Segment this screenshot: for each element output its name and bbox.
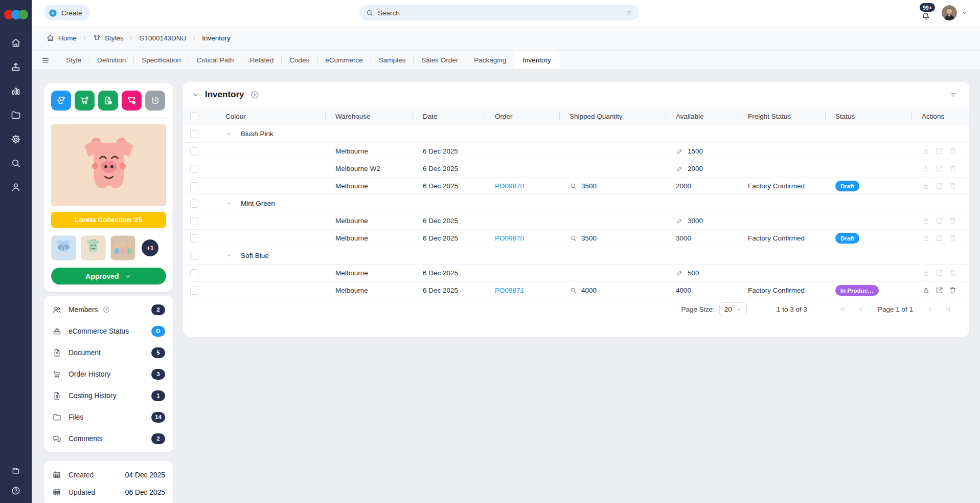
search-filter-icon[interactable] <box>625 9 633 17</box>
prev-page-icon[interactable] <box>857 305 864 313</box>
pencil-icon[interactable] <box>676 269 683 277</box>
menu-icon[interactable] <box>41 56 50 65</box>
unlock-icon[interactable] <box>922 147 930 156</box>
rail-bar-chart-button[interactable] <box>0 79 32 103</box>
search-icon[interactable] <box>569 234 577 242</box>
search-input[interactable] <box>378 9 621 17</box>
status-approved-button[interactable]: Approved <box>51 268 166 285</box>
first-page-icon[interactable] <box>839 305 847 313</box>
row-checkbox[interactable] <box>190 269 198 277</box>
tab-codes[interactable]: Codes <box>282 53 317 68</box>
thumbnail-elephant-onesie[interactable] <box>51 235 76 260</box>
breadcrumb-item[interactable]: ST000143DNU <box>140 34 187 42</box>
notifications-button[interactable]: 99+ <box>919 4 935 21</box>
rail-factory-button[interactable] <box>0 460 32 480</box>
external-icon[interactable] <box>935 286 944 295</box>
tab-specification[interactable]: Specification <box>134 53 189 68</box>
tab-related[interactable]: Related <box>242 53 282 68</box>
row-checkbox[interactable] <box>190 234 198 243</box>
rail-search-button[interactable] <box>0 151 32 175</box>
external-icon[interactable] <box>935 147 944 156</box>
add-costing-button[interactable] <box>98 91 118 111</box>
row-checkbox[interactable] <box>190 252 198 260</box>
thumbnail-dino-onesie[interactable] <box>81 235 106 260</box>
rail-folder-button[interactable] <box>0 103 32 127</box>
section-ecommerce-status[interactable]: eCommerce StatusD <box>44 320 173 342</box>
table-filter-icon[interactable] <box>949 90 958 99</box>
more-images-badge[interactable]: +1 <box>142 239 158 256</box>
external-icon[interactable] <box>935 164 944 173</box>
section-files[interactable]: Files14 <box>44 406 173 428</box>
order-link[interactable]: PO09871 <box>495 287 524 294</box>
page-size-select[interactable]: 20 <box>719 302 747 316</box>
create-button[interactable]: Create <box>44 5 90 20</box>
tab-critical-path[interactable]: Critical Path <box>189 53 242 68</box>
external-icon[interactable] <box>935 182 944 190</box>
pencil-icon[interactable] <box>676 165 683 172</box>
rail-gear-button[interactable] <box>0 127 32 151</box>
row-checkbox[interactable] <box>190 287 198 295</box>
tab-ecommerce[interactable]: eCommerce <box>317 53 371 68</box>
section-costing-history[interactable]: Costing History1 <box>44 385 173 406</box>
trash-icon[interactable] <box>948 234 957 243</box>
tab-definition[interactable]: Definition <box>89 53 133 68</box>
thumbnail-babies-photo[interactable] <box>110 235 135 260</box>
unlock-icon[interactable] <box>922 164 930 173</box>
search-icon[interactable] <box>569 182 577 190</box>
plus-circle-icon[interactable] <box>102 305 110 314</box>
profile-chevron-icon[interactable] <box>961 9 969 17</box>
section-order-history[interactable]: Order History3 <box>44 363 173 385</box>
external-icon[interactable] <box>935 269 944 277</box>
copy-style-button[interactable] <box>51 91 71 111</box>
tab-sales-order[interactable]: Sales Order <box>414 53 466 68</box>
chevron-down-icon[interactable] <box>225 130 232 137</box>
next-page-icon[interactable] <box>926 305 934 313</box>
unlock-icon[interactable] <box>922 216 930 225</box>
add-inventory-icon[interactable] <box>250 90 260 100</box>
pencil-icon[interactable] <box>676 147 683 155</box>
tab-packaging[interactable]: Packaging <box>466 53 514 68</box>
row-checkbox[interactable] <box>190 130 198 138</box>
tab-samples[interactable]: Samples <box>371 53 414 68</box>
user-avatar[interactable] <box>942 5 957 20</box>
breadcrumb-item[interactable]: Home <box>46 34 77 42</box>
global-search[interactable] <box>359 5 639 20</box>
breadcrumb-item[interactable]: Styles <box>93 34 124 42</box>
row-checkbox[interactable] <box>190 182 198 190</box>
order-link[interactable]: PO09870 <box>495 182 524 190</box>
select-all-checkbox[interactable] <box>190 112 198 120</box>
row-checkbox[interactable] <box>190 200 198 208</box>
unlock-icon[interactable] <box>922 182 930 190</box>
rail-help-button[interactable] <box>0 480 32 501</box>
external-icon[interactable] <box>935 234 944 243</box>
rail-upload-button[interactable] <box>0 55 32 79</box>
collapse-section-icon[interactable] <box>191 90 200 99</box>
last-page-icon[interactable] <box>944 305 952 313</box>
trash-icon[interactable] <box>948 182 957 190</box>
rail-user-button[interactable] <box>0 175 32 199</box>
row-checkbox[interactable] <box>190 217 198 225</box>
chevron-down-icon[interactable] <box>225 252 232 259</box>
trash-icon[interactable] <box>948 286 957 295</box>
trash-icon[interactable] <box>948 164 957 173</box>
search-icon[interactable] <box>569 287 577 294</box>
order-link[interactable]: PO09870 <box>495 234 524 242</box>
deactivate-style-button[interactable] <box>122 91 142 111</box>
tab-inventory[interactable]: Inventory <box>514 51 560 69</box>
external-icon[interactable] <box>935 216 944 225</box>
history-button[interactable] <box>145 91 165 111</box>
rail-home-button[interactable] <box>0 31 32 55</box>
unlock-icon[interactable] <box>922 286 930 295</box>
section-document[interactable]: Document5 <box>44 342 173 363</box>
row-checkbox[interactable] <box>190 147 198 156</box>
chevron-down-icon[interactable] <box>225 200 232 207</box>
unlock-icon[interactable] <box>922 234 930 243</box>
add-order-button[interactable] <box>75 91 95 111</box>
row-checkbox[interactable] <box>190 165 198 173</box>
trash-icon[interactable] <box>948 269 957 277</box>
trash-icon[interactable] <box>948 216 957 225</box>
tab-style[interactable]: Style <box>58 53 89 68</box>
app-logo[interactable] <box>0 0 32 29</box>
pencil-icon[interactable] <box>676 217 683 225</box>
section-comments[interactable]: Comments2 <box>44 428 173 449</box>
